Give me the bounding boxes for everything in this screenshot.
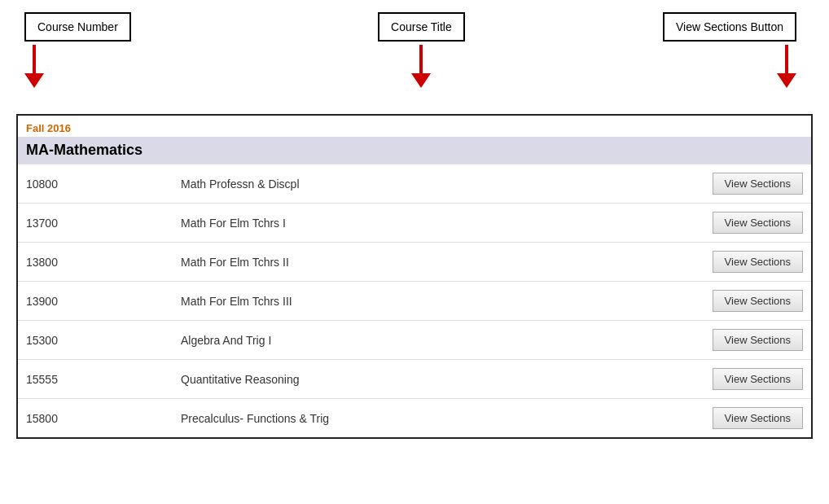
- course-number-box: Course Number: [24, 12, 131, 42]
- course-title-cell: Algebra And Trig I: [132, 334, 713, 347]
- semester-label: Fall 2016: [26, 122, 71, 134]
- course-title-cell: Math Professn & Discpl: [132, 177, 713, 191]
- course-title-arrow: [411, 45, 431, 88]
- view-sections-box: View Sections Button: [663, 12, 796, 42]
- course-number-cell: 15300: [26, 334, 132, 347]
- table-row: 15800Precalculus- Functions & TrigView S…: [18, 398, 811, 437]
- course-number-cell: 15555: [26, 373, 132, 386]
- course-title-cell: Precalculus- Functions & Trig: [132, 412, 713, 425]
- table-row: 15555Quantitative ReasoningView Sections: [18, 359, 811, 398]
- view-sections-arrow: [777, 45, 796, 88]
- table-row: 13700Math For Elm Tchrs IView Sections: [18, 203, 811, 242]
- course-title-cell: Math For Elm Tchrs II: [132, 256, 713, 269]
- arrow-head: [24, 73, 44, 88]
- view-sections-button[interactable]: View Sections: [713, 290, 803, 312]
- course-title-cell: Math For Elm Tchrs III: [132, 295, 713, 308]
- view-sections-button[interactable]: View Sections: [713, 407, 803, 429]
- arrow-line-3: [785, 45, 788, 73]
- table-row: 10800Math Professn & DiscplView Sections: [18, 164, 811, 203]
- annotations-area: Course Number Course Title View Sections…: [0, 0, 829, 114]
- view-sections-button[interactable]: View Sections: [713, 251, 803, 273]
- course-title-label: Course Title: [391, 20, 452, 33]
- table-row: 13800Math For Elm Tchrs IIView Sections: [18, 242, 811, 281]
- view-sections-button[interactable]: View Sections: [713, 368, 803, 390]
- course-title-box: Course Title: [378, 12, 465, 42]
- arrow-head-2: [411, 73, 431, 88]
- courses-table: Fall 2016 MA-Mathematics 10800Math Profe…: [16, 114, 813, 439]
- arrow-line-2: [419, 45, 423, 73]
- department-header: MA-Mathematics: [18, 137, 811, 164]
- view-sections-button[interactable]: View Sections: [713, 329, 803, 351]
- course-number-cell: 10800: [26, 177, 132, 191]
- view-sections-button-label: View Sections Button: [676, 20, 783, 33]
- view-sections-button[interactable]: View Sections: [713, 212, 803, 234]
- arrow-line: [33, 45, 36, 73]
- semester-header: Fall 2016: [18, 116, 811, 137]
- table-row: 13900Math For Elm Tchrs IIIView Sections: [18, 281, 811, 320]
- course-number-cell: 13900: [26, 295, 132, 308]
- course-number-arrow: [24, 45, 44, 88]
- course-title-cell: Math For Elm Tchrs I: [132, 217, 713, 230]
- table-row: 15300Algebra And Trig IView Sections: [18, 320, 811, 359]
- course-number-cell: 15800: [26, 412, 132, 425]
- course-number-label: Course Number: [37, 20, 118, 33]
- course-number-cell: 13800: [26, 256, 132, 269]
- department-title: MA-Mathematics: [26, 142, 143, 158]
- course-title-annotation: Course Title: [378, 12, 465, 114]
- course-title-cell: Quantitative Reasoning: [132, 373, 713, 386]
- arrow-head-3: [777, 73, 796, 88]
- course-rows-container: 10800Math Professn & DiscplView Sections…: [18, 164, 811, 437]
- course-number-annotation: Course Number: [24, 12, 131, 114]
- course-number-cell: 13700: [26, 217, 132, 230]
- view-sections-annotation: View Sections Button: [663, 12, 796, 114]
- view-sections-button[interactable]: View Sections: [713, 173, 803, 195]
